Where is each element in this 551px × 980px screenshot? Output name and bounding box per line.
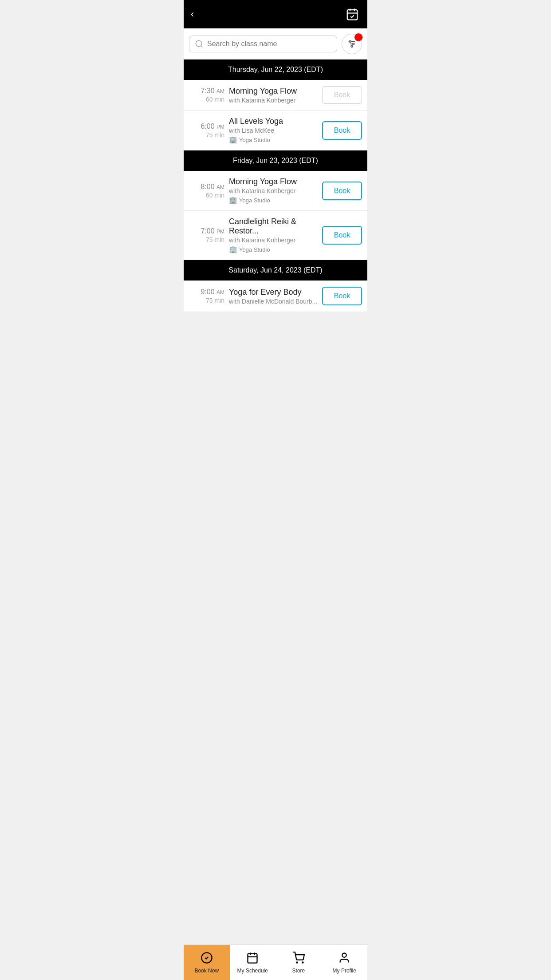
class-instructor: with Danielle McDonald Bourb... xyxy=(229,298,318,305)
class-time: 9:00 AM75 min xyxy=(189,288,224,304)
back-button[interactable]: ‹ xyxy=(191,8,205,20)
class-time-hour: 8:00 AM xyxy=(189,183,224,191)
svg-line-5 xyxy=(201,46,203,47)
class-row: 8:00 AM60 minMorning Yoga Flowwith Katar… xyxy=(184,171,367,211)
svg-point-9 xyxy=(350,41,351,43)
book-button: Book xyxy=(322,86,362,104)
location-icon: 🏢 xyxy=(229,136,237,144)
svg-rect-0 xyxy=(347,10,358,20)
book-button[interactable]: Book xyxy=(322,226,362,245)
svg-point-4 xyxy=(196,41,202,47)
class-row: 9:00 AM75 minYoga for Every Bodywith Dan… xyxy=(184,281,367,312)
svg-point-11 xyxy=(351,46,353,47)
class-duration: 60 min xyxy=(189,96,224,103)
class-info: Yoga for Every Bodywith Danielle McDonal… xyxy=(229,288,318,305)
class-info: Morning Yoga Flowwith Katarina Kohberger xyxy=(229,87,318,104)
class-info: Morning Yoga Flowwith Katarina Kohberger… xyxy=(229,177,318,204)
class-location: 🏢 Yoga Studio xyxy=(229,196,318,204)
class-info: All Levels Yogawith Lisa McKee🏢 Yoga Stu… xyxy=(229,117,318,144)
header: ‹ xyxy=(184,0,367,28)
main-content: Thursday, Jun 22, 2023 (EDT)7:30 AM60 mi… xyxy=(184,59,367,352)
class-name: Candlelight Reiki & Restor... xyxy=(229,217,318,236)
search-section xyxy=(184,28,367,59)
class-time-hour: 9:00 AM xyxy=(189,288,224,296)
class-instructor: with Lisa McKee xyxy=(229,127,318,134)
location-icon: 🏢 xyxy=(229,245,237,253)
search-input-wrap[interactable] xyxy=(189,36,337,52)
book-button[interactable]: Book xyxy=(322,287,362,305)
class-time: 7:30 AM60 min xyxy=(189,87,224,103)
date-header-2: Saturday, Jun 24, 2023 (EDT) xyxy=(184,260,367,281)
date-header-0: Thursday, Jun 22, 2023 (EDT) xyxy=(184,59,367,80)
class-duration: 75 min xyxy=(189,236,224,243)
class-name: Yoga for Every Body xyxy=(229,288,318,297)
class-name: Morning Yoga Flow xyxy=(229,87,318,96)
filter-badge xyxy=(354,33,362,41)
search-input[interactable] xyxy=(207,40,331,48)
class-duration: 60 min xyxy=(189,192,224,199)
date-header-1: Friday, Jun 23, 2023 (EDT) xyxy=(184,150,367,171)
calendar-check-icon[interactable] xyxy=(344,6,360,22)
location-icon: 🏢 xyxy=(229,196,237,204)
class-duration: 75 min xyxy=(189,131,224,138)
book-button[interactable]: Book xyxy=(322,121,362,140)
class-location: 🏢 Yoga Studio xyxy=(229,245,318,253)
class-row: 6:00 PM75 minAll Levels Yogawith Lisa Mc… xyxy=(184,111,367,150)
class-row: 7:00 PM75 minCandlelight Reiki & Restor.… xyxy=(184,211,367,260)
class-time: 8:00 AM60 min xyxy=(189,183,224,199)
book-button[interactable]: Book xyxy=(322,182,362,200)
class-time-hour: 7:30 AM xyxy=(189,87,224,95)
class-instructor: with Katarina Kohberger xyxy=(229,237,318,244)
class-info: Candlelight Reiki & Restor...with Katari… xyxy=(229,217,318,253)
class-row: 7:30 AM60 minMorning Yoga Flowwith Katar… xyxy=(184,80,367,111)
class-name: Morning Yoga Flow xyxy=(229,177,318,186)
class-instructor: with Katarina Kohberger xyxy=(229,187,318,194)
class-instructor: with Katarina Kohberger xyxy=(229,97,318,104)
class-time: 6:00 PM75 min xyxy=(189,122,224,138)
class-duration: 75 min xyxy=(189,297,224,304)
search-icon xyxy=(195,40,204,48)
svg-point-10 xyxy=(353,43,354,45)
class-name: All Levels Yoga xyxy=(229,117,318,126)
filter-button[interactable] xyxy=(342,34,362,54)
class-time-hour: 7:00 PM xyxy=(189,227,224,235)
class-location: 🏢 Yoga Studio xyxy=(229,136,318,144)
class-time-hour: 6:00 PM xyxy=(189,122,224,130)
class-time: 7:00 PM75 min xyxy=(189,227,224,243)
filter-icon xyxy=(347,39,357,49)
